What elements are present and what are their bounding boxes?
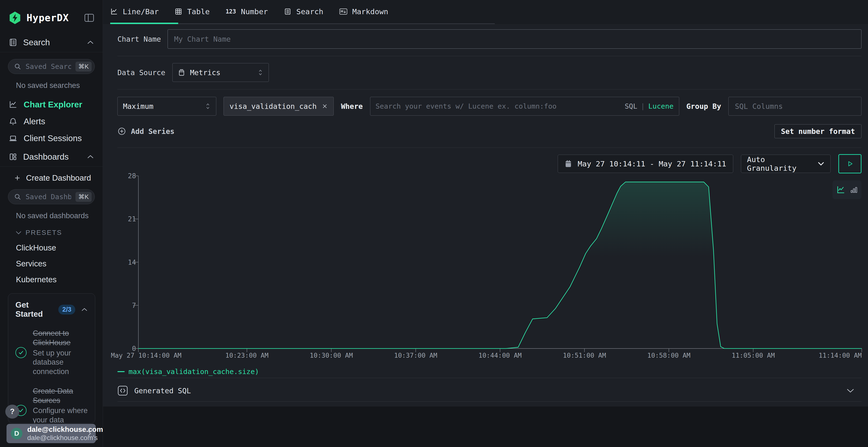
saved-searches-input[interactable]: Saved Searches ⌘K: [8, 59, 95, 74]
no-saved-searches-text: No saved searches: [16, 81, 103, 90]
divider: [117, 56, 862, 56]
create-dashboard-button[interactable]: Create Dashboard: [14, 173, 103, 182]
tab-label: Line/Bar: [123, 7, 159, 16]
step-desc: Configure where your data comes from: [33, 406, 88, 423]
laptop-icon: [9, 134, 18, 143]
x-tick-label: 10:30:00 AM: [310, 352, 353, 359]
tab-table[interactable]: Table: [175, 7, 210, 24]
chevron-up-icon[interactable]: [87, 154, 94, 159]
chevron-up-icon[interactable]: [87, 40, 94, 44]
granularity-value: Auto Granularity: [747, 155, 817, 172]
close-icon[interactable]: [322, 103, 328, 109]
get-started-card: Get Started 2/3 Connect to ClickHouse Se…: [8, 294, 95, 423]
data-source-label: Data Source: [117, 68, 166, 77]
step-desc: Set up your database connection: [33, 348, 88, 376]
bell-icon: [9, 117, 18, 126]
add-series-label: Add Series: [131, 127, 175, 136]
data-source-value: Metrics: [190, 68, 220, 77]
list-doc-icon: [284, 8, 291, 15]
granularity-select[interactable]: Auto Granularity: [741, 154, 831, 173]
sidebar-collapse-icon[interactable]: [84, 14, 94, 22]
chevron-down-icon: [817, 161, 825, 166]
main-area: Line/Bar Table 123 Number Search: [103, 0, 868, 447]
saved-dashboards-input[interactable]: Saved Dashboards ⌘K: [8, 189, 95, 204]
data-source-select[interactable]: Metrics: [173, 63, 269, 82]
chart-svg[interactable]: [129, 171, 867, 361]
sidebar-section-search[interactable]: Search: [0, 38, 103, 47]
preset-clickhouse[interactable]: ClickHouse: [16, 243, 103, 252]
x-tick-label: 10:51:00 AM: [563, 352, 606, 359]
x-tick-label: 11:14:00 AM: [818, 352, 862, 359]
sidebar-item-label: Client Sessions: [24, 133, 82, 143]
dashboard-grid-icon: [9, 152, 18, 161]
where-search-box[interactable]: SQL | Lucene: [370, 97, 679, 115]
add-series-button[interactable]: Add Series: [117, 127, 175, 136]
hyperdx-logo-icon: [9, 11, 21, 25]
app-title: HyperDX: [27, 12, 69, 23]
code-icon: [117, 385, 128, 396]
sidebar-nav: Chart Explorer Alerts Client Sessions: [0, 96, 103, 147]
where-search-input[interactable]: [376, 102, 620, 110]
date-range-value: May 27 10:14:11 - May 27 11:14:11: [578, 160, 726, 168]
saved-dashboards-placeholder: Saved Dashboards: [26, 193, 71, 201]
sidebar: HyperDX Search Saved Searches ⌘K No save…: [0, 0, 103, 447]
presets-toggle[interactable]: PRESETS: [16, 229, 103, 237]
updown-chevrons-icon: [257, 69, 263, 76]
sidebar-section-dashboards[interactable]: Dashboards: [0, 152, 103, 162]
sidebar-item-client-sessions[interactable]: Client Sessions: [0, 130, 103, 147]
bar-chart-toggle-icon[interactable]: [850, 186, 858, 194]
group-by-input[interactable]: [728, 97, 862, 115]
chart-type-tabbar: Line/Bar Table 123 Number Search: [103, 0, 868, 24]
get-started-step-connect[interactable]: Connect to ClickHouse Set up your databa…: [16, 329, 88, 376]
preset-kubernetes[interactable]: Kubernetes: [16, 275, 103, 284]
help-button[interactable]: ?: [5, 405, 19, 419]
aggregation-select[interactable]: Maximum: [117, 97, 216, 115]
sidebar-section-dashboards-label: Dashboards: [23, 152, 69, 162]
sidebar-item-chart-explorer[interactable]: Chart Explorer: [0, 96, 103, 113]
app-window: HyperDX Search Saved Searches ⌘K No save…: [0, 0, 868, 447]
preset-services[interactable]: Services: [16, 259, 103, 268]
lucene-mode-option[interactable]: Lucene: [648, 102, 674, 110]
chart-display-toggle[interactable]: [833, 180, 862, 199]
tab-markdown[interactable]: Markdown: [339, 7, 388, 24]
metric-tag[interactable]: visa_validation_cach: [223, 97, 334, 115]
set-number-format-button[interactable]: Set number format: [774, 124, 862, 138]
updown-chevrons-icon: [205, 102, 211, 110]
tab-line-bar[interactable]: Line/Bar: [110, 7, 159, 24]
get-started-step-datasources[interactable]: Create Data Sources Configure where your…: [16, 386, 88, 423]
line-chart-toggle-icon[interactable]: [836, 185, 845, 194]
get-started-header[interactable]: Get Started 2/3: [16, 300, 88, 319]
chart-builder-panel: Chart Name Data Source Metrics: [103, 24, 868, 447]
search-icon: [14, 193, 21, 200]
user-email: dale@clickhouse.com: [27, 425, 82, 434]
sidebar-item-alerts[interactable]: Alerts: [0, 113, 103, 130]
tab-search[interactable]: Search: [284, 7, 323, 24]
x-tick-label: 10:44:00 AM: [478, 352, 522, 359]
tab-label: Table: [187, 7, 210, 16]
metric-tag-label: visa_validation_cach: [229, 102, 317, 110]
chevron-down-icon[interactable]: [846, 388, 862, 393]
shortcut-badge: ⌘K: [75, 62, 92, 72]
legend-series-label: max(visa_validation_cache.size): [128, 368, 259, 376]
user-profile-button[interactable]: D dale@clickhouse.com dale@clickhouse.co…: [6, 424, 96, 443]
tab-label: Number: [241, 7, 268, 16]
query-language-switch[interactable]: SQL | Lucene: [625, 102, 674, 110]
markdown-icon: [339, 8, 347, 15]
sidebar-item-label: Chart Explorer: [24, 100, 82, 109]
divider: [117, 89, 862, 90]
tab-label: Markdown: [352, 7, 388, 16]
chart-name-input[interactable]: [167, 29, 862, 49]
date-range-picker[interactable]: May 27 10:14:11 - May 27 11:14:11: [558, 154, 733, 173]
step-title: Connect to ClickHouse: [33, 329, 88, 347]
tab-number[interactable]: 123 Number: [226, 7, 268, 24]
chart-legend[interactable]: max(visa_validation_cache.size): [117, 368, 862, 376]
run-query-button[interactable]: [838, 154, 862, 173]
group-by-label: Group By: [686, 102, 721, 110]
presets-label: PRESETS: [26, 229, 62, 237]
x-tick-label: May 27 10:14:00 AM: [111, 352, 182, 359]
get-started-progress-badge: 2/3: [58, 305, 75, 314]
journal-icon: [9, 38, 18, 47]
chevron-up-icon[interactable]: [81, 308, 88, 312]
generated-sql-toggle[interactable]: Generated SQL: [117, 380, 862, 401]
sql-mode-option[interactable]: SQL: [625, 102, 637, 110]
